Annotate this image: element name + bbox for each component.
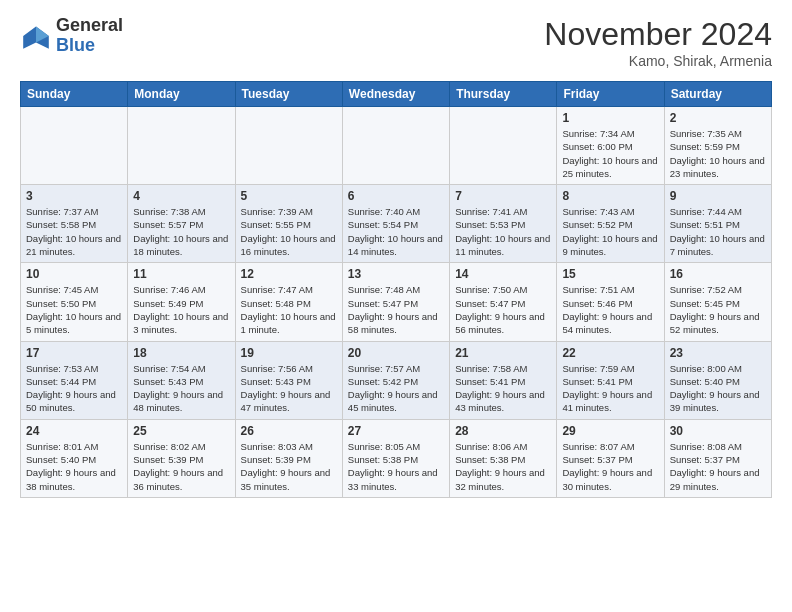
day-info: Sunrise: 8:08 AM Sunset: 5:37 PM Dayligh… <box>670 440 766 493</box>
day-info: Sunrise: 8:01 AM Sunset: 5:40 PM Dayligh… <box>26 440 122 493</box>
calendar-cell: 20Sunrise: 7:57 AM Sunset: 5:42 PM Dayli… <box>342 341 449 419</box>
day-info: Sunrise: 7:34 AM Sunset: 6:00 PM Dayligh… <box>562 127 658 180</box>
day-number: 15 <box>562 267 658 281</box>
day-number: 21 <box>455 346 551 360</box>
day-info: Sunrise: 8:06 AM Sunset: 5:38 PM Dayligh… <box>455 440 551 493</box>
logo: General Blue <box>20 16 123 56</box>
calendar-cell: 22Sunrise: 7:59 AM Sunset: 5:41 PM Dayli… <box>557 341 664 419</box>
day-info: Sunrise: 7:37 AM Sunset: 5:58 PM Dayligh… <box>26 205 122 258</box>
calendar-cell: 9Sunrise: 7:44 AM Sunset: 5:51 PM Daylig… <box>664 185 771 263</box>
day-info: Sunrise: 7:47 AM Sunset: 5:48 PM Dayligh… <box>241 283 337 336</box>
day-number: 2 <box>670 111 766 125</box>
week-row-2: 3Sunrise: 7:37 AM Sunset: 5:58 PM Daylig… <box>21 185 772 263</box>
day-number: 1 <box>562 111 658 125</box>
day-info: Sunrise: 7:54 AM Sunset: 5:43 PM Dayligh… <box>133 362 229 415</box>
week-row-1: 1Sunrise: 7:34 AM Sunset: 6:00 PM Daylig… <box>21 107 772 185</box>
day-info: Sunrise: 7:59 AM Sunset: 5:41 PM Dayligh… <box>562 362 658 415</box>
day-number: 14 <box>455 267 551 281</box>
day-number: 25 <box>133 424 229 438</box>
day-header-wednesday: Wednesday <box>342 82 449 107</box>
day-number: 18 <box>133 346 229 360</box>
calendar-cell: 13Sunrise: 7:48 AM Sunset: 5:47 PM Dayli… <box>342 263 449 341</box>
day-info: Sunrise: 7:52 AM Sunset: 5:45 PM Dayligh… <box>670 283 766 336</box>
day-header-tuesday: Tuesday <box>235 82 342 107</box>
week-row-4: 17Sunrise: 7:53 AM Sunset: 5:44 PM Dayli… <box>21 341 772 419</box>
header-row: SundayMondayTuesdayWednesdayThursdayFrid… <box>21 82 772 107</box>
logo-icon <box>20 20 52 52</box>
calendar-cell: 29Sunrise: 8:07 AM Sunset: 5:37 PM Dayli… <box>557 419 664 497</box>
day-number: 27 <box>348 424 444 438</box>
calendar-cell <box>21 107 128 185</box>
day-info: Sunrise: 7:53 AM Sunset: 5:44 PM Dayligh… <box>26 362 122 415</box>
day-number: 22 <box>562 346 658 360</box>
day-info: Sunrise: 7:45 AM Sunset: 5:50 PM Dayligh… <box>26 283 122 336</box>
day-info: Sunrise: 7:48 AM Sunset: 5:47 PM Dayligh… <box>348 283 444 336</box>
calendar-cell <box>235 107 342 185</box>
calendar-cell <box>450 107 557 185</box>
calendar-cell: 26Sunrise: 8:03 AM Sunset: 5:39 PM Dayli… <box>235 419 342 497</box>
day-info: Sunrise: 7:56 AM Sunset: 5:43 PM Dayligh… <box>241 362 337 415</box>
day-number: 26 <box>241 424 337 438</box>
calendar-cell: 17Sunrise: 7:53 AM Sunset: 5:44 PM Dayli… <box>21 341 128 419</box>
day-number: 3 <box>26 189 122 203</box>
day-info: Sunrise: 8:02 AM Sunset: 5:39 PM Dayligh… <box>133 440 229 493</box>
day-number: 5 <box>241 189 337 203</box>
day-info: Sunrise: 7:35 AM Sunset: 5:59 PM Dayligh… <box>670 127 766 180</box>
location: Kamo, Shirak, Armenia <box>544 53 772 69</box>
logo-blue-text: Blue <box>56 35 95 55</box>
day-info: Sunrise: 7:51 AM Sunset: 5:46 PM Dayligh… <box>562 283 658 336</box>
day-number: 17 <box>26 346 122 360</box>
day-info: Sunrise: 8:00 AM Sunset: 5:40 PM Dayligh… <box>670 362 766 415</box>
day-number: 16 <box>670 267 766 281</box>
day-number: 29 <box>562 424 658 438</box>
calendar-cell: 30Sunrise: 8:08 AM Sunset: 5:37 PM Dayli… <box>664 419 771 497</box>
calendar-cell: 6Sunrise: 7:40 AM Sunset: 5:54 PM Daylig… <box>342 185 449 263</box>
calendar-cell: 18Sunrise: 7:54 AM Sunset: 5:43 PM Dayli… <box>128 341 235 419</box>
day-info: Sunrise: 7:46 AM Sunset: 5:49 PM Dayligh… <box>133 283 229 336</box>
calendar-cell: 16Sunrise: 7:52 AM Sunset: 5:45 PM Dayli… <box>664 263 771 341</box>
calendar-cell: 4Sunrise: 7:38 AM Sunset: 5:57 PM Daylig… <box>128 185 235 263</box>
day-info: Sunrise: 7:44 AM Sunset: 5:51 PM Dayligh… <box>670 205 766 258</box>
week-row-5: 24Sunrise: 8:01 AM Sunset: 5:40 PM Dayli… <box>21 419 772 497</box>
calendar-cell: 14Sunrise: 7:50 AM Sunset: 5:47 PM Dayli… <box>450 263 557 341</box>
calendar-cell: 27Sunrise: 8:05 AM Sunset: 5:38 PM Dayli… <box>342 419 449 497</box>
header: General Blue November 2024 Kamo, Shirak,… <box>20 16 772 69</box>
day-header-friday: Friday <box>557 82 664 107</box>
day-number: 8 <box>562 189 658 203</box>
day-number: 24 <box>26 424 122 438</box>
day-number: 28 <box>455 424 551 438</box>
day-number: 6 <box>348 189 444 203</box>
day-info: Sunrise: 8:05 AM Sunset: 5:38 PM Dayligh… <box>348 440 444 493</box>
day-info: Sunrise: 7:38 AM Sunset: 5:57 PM Dayligh… <box>133 205 229 258</box>
title-block: November 2024 Kamo, Shirak, Armenia <box>544 16 772 69</box>
calendar-cell: 3Sunrise: 7:37 AM Sunset: 5:58 PM Daylig… <box>21 185 128 263</box>
calendar-cell: 11Sunrise: 7:46 AM Sunset: 5:49 PM Dayli… <box>128 263 235 341</box>
day-header-thursday: Thursday <box>450 82 557 107</box>
calendar-cell <box>128 107 235 185</box>
day-info: Sunrise: 7:57 AM Sunset: 5:42 PM Dayligh… <box>348 362 444 415</box>
day-number: 9 <box>670 189 766 203</box>
calendar-cell <box>342 107 449 185</box>
logo-text: General Blue <box>56 16 123 56</box>
page: General Blue November 2024 Kamo, Shirak,… <box>0 0 792 508</box>
day-header-monday: Monday <box>128 82 235 107</box>
day-number: 13 <box>348 267 444 281</box>
calendar-cell: 25Sunrise: 8:02 AM Sunset: 5:39 PM Dayli… <box>128 419 235 497</box>
logo-general-text: General <box>56 15 123 35</box>
day-number: 23 <box>670 346 766 360</box>
month-title: November 2024 <box>544 16 772 53</box>
day-number: 30 <box>670 424 766 438</box>
calendar-cell: 8Sunrise: 7:43 AM Sunset: 5:52 PM Daylig… <box>557 185 664 263</box>
calendar-cell: 7Sunrise: 7:41 AM Sunset: 5:53 PM Daylig… <box>450 185 557 263</box>
calendar-cell: 19Sunrise: 7:56 AM Sunset: 5:43 PM Dayli… <box>235 341 342 419</box>
calendar-cell: 23Sunrise: 8:00 AM Sunset: 5:40 PM Dayli… <box>664 341 771 419</box>
week-row-3: 10Sunrise: 7:45 AM Sunset: 5:50 PM Dayli… <box>21 263 772 341</box>
day-info: Sunrise: 7:40 AM Sunset: 5:54 PM Dayligh… <box>348 205 444 258</box>
day-info: Sunrise: 8:03 AM Sunset: 5:39 PM Dayligh… <box>241 440 337 493</box>
calendar-cell: 2Sunrise: 7:35 AM Sunset: 5:59 PM Daylig… <box>664 107 771 185</box>
day-info: Sunrise: 7:39 AM Sunset: 5:55 PM Dayligh… <box>241 205 337 258</box>
day-header-saturday: Saturday <box>664 82 771 107</box>
day-header-sunday: Sunday <box>21 82 128 107</box>
day-number: 7 <box>455 189 551 203</box>
calendar-cell: 15Sunrise: 7:51 AM Sunset: 5:46 PM Dayli… <box>557 263 664 341</box>
